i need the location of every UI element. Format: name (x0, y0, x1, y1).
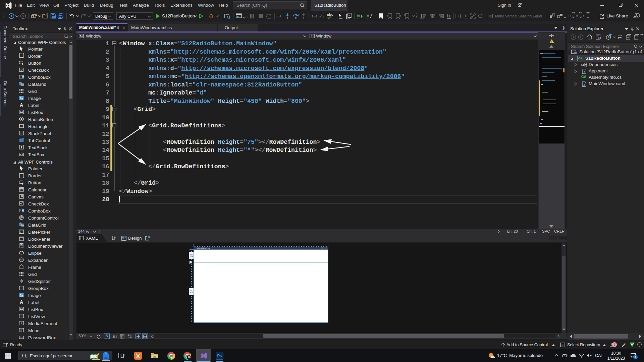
svg-text:T: T (20, 145, 23, 149)
svg-text:12: 12 (20, 189, 23, 191)
svg-text:**: ** (20, 336, 23, 339)
svg-text:!: ! (551, 40, 552, 44)
svg-text:abl: abl (19, 153, 23, 156)
svg-text:A: A (20, 102, 23, 108)
svg-text:A: A (20, 299, 23, 305)
svg-text:xy: xy (20, 285, 23, 288)
